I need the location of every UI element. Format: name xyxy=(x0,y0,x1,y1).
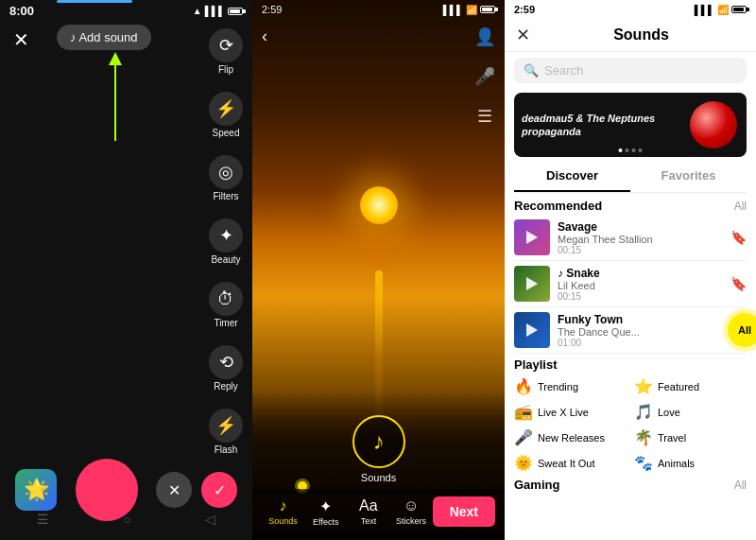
stickers-tab-p2[interactable]: ☺ Stickers xyxy=(389,497,432,526)
playlist-animals[interactable]: 🐾 Animals xyxy=(634,454,747,472)
discover-favorites-tabs: Discover Favorites xyxy=(514,161,747,193)
timer-icon: ⏱ xyxy=(209,282,243,316)
mic-icon-p2: 🎤 xyxy=(474,66,495,87)
text-tab-icon: Aa xyxy=(359,497,378,514)
search-bar[interactable]: 🔍 Search xyxy=(514,58,747,83)
playlist-title: Playlist xyxy=(514,357,747,372)
flip-button[interactable]: ⟳ Flip xyxy=(209,28,243,75)
cancel-button-p1[interactable]: ✕ xyxy=(156,472,192,508)
status-icons-p1: ▲ ▌▌▌ xyxy=(193,6,243,16)
flip-icon: ⟳ xyxy=(209,28,243,62)
filters-button[interactable]: ◎ Filters xyxy=(209,155,243,201)
song-item-snake[interactable]: ♪ Snake Lil Keed 00:15 🔖 xyxy=(505,261,756,306)
travel-label: Travel xyxy=(658,432,686,444)
sweat-label: Sweat It Out xyxy=(538,458,595,469)
home-icon-p1: ○ xyxy=(123,512,130,527)
sounds-button[interactable]: ♪ Sounds xyxy=(352,415,405,483)
trending-label: Trending xyxy=(538,381,578,392)
song-artist-funky: The Dance Que... xyxy=(558,326,723,338)
banner-orb xyxy=(690,101,737,148)
animals-icon: 🐾 xyxy=(634,454,653,472)
effects-tab-label: Effects xyxy=(313,517,338,527)
next-button[interactable]: Next xyxy=(433,496,495,527)
text-tab-p2[interactable]: Aa Text xyxy=(347,497,389,526)
all-badge[interactable]: All xyxy=(728,313,756,347)
dot-3 xyxy=(632,148,636,152)
trending-icon: 🔥 xyxy=(514,377,533,395)
featured-icon: ⭐ xyxy=(634,377,653,395)
arrow-head xyxy=(109,52,122,65)
arrow-indicator xyxy=(99,52,112,141)
close-button-p1[interactable]: ✕ xyxy=(13,28,29,51)
dot-2 xyxy=(626,148,629,152)
battery-icon-p1 xyxy=(228,8,243,15)
bookmark-snake[interactable]: 🔖 xyxy=(730,276,747,291)
song-title-snake: ♪ Snake xyxy=(558,267,723,280)
effects-button-p1[interactable]: 🌟 xyxy=(15,469,57,511)
sweat-icon: 🌞 xyxy=(514,454,533,472)
stickers-tab-label: Stickers xyxy=(396,516,426,526)
banner-dots xyxy=(619,148,643,152)
gaming-title: Gaming xyxy=(514,478,559,492)
gaming-section: Gaming All xyxy=(505,474,756,492)
sounds-music-icon: ♪ xyxy=(373,428,385,455)
back-icon-p1: ◁ xyxy=(205,512,215,527)
sounds-tab-p2[interactable]: ♪ Sounds xyxy=(262,497,304,526)
song-artist-snake: Lil Keed xyxy=(558,280,723,291)
beauty-button[interactable]: ✦ Beauty xyxy=(209,218,243,265)
animals-label: Animals xyxy=(658,458,695,469)
tab-discover[interactable]: Discover xyxy=(514,161,630,192)
playlist-live[interactable]: 📻 Live X Live xyxy=(514,403,627,421)
right-icons-panel1: ⟳ Flip ⚡ Speed ◎ Filters ✦ Beauty ⏱ Time… xyxy=(209,28,243,455)
play-icon-funky xyxy=(526,323,538,337)
status-bar-p3: 2:59 ▌▌▌ 📶 xyxy=(505,0,756,19)
menu-icon-p2: ☰ xyxy=(477,106,492,127)
sounds-tab-icon: ♪ xyxy=(280,497,287,514)
live-label: Live X Live xyxy=(538,407,589,418)
song-thumb-snake xyxy=(514,266,550,302)
song-thumb-funky xyxy=(514,312,550,348)
status-icons-p3: ▌▌▌ 📶 xyxy=(695,5,747,15)
search-icon: 🔍 xyxy=(524,63,539,78)
user-icon-p2: 👤 xyxy=(474,26,495,47)
sounds-label: Sounds xyxy=(361,472,396,483)
recommended-all[interactable]: All xyxy=(734,200,747,213)
confirm-button-p1[interactable]: ✓ xyxy=(201,472,237,508)
add-sound-button[interactable]: ♪ Add sound xyxy=(57,25,151,50)
gaming-all[interactable]: All xyxy=(734,479,747,492)
nav-bar-p1: ☰ ○ ◁ xyxy=(0,512,252,531)
playlist-travel[interactable]: 🌴 Travel xyxy=(634,428,747,446)
live-icon: 📻 xyxy=(514,403,533,421)
effects-tab-p2[interactable]: ✦ Effects xyxy=(304,497,347,527)
love-icon: 🎵 xyxy=(634,403,653,421)
playlist-featured[interactable]: ⭐ Featured xyxy=(634,377,747,395)
search-placeholder: Search xyxy=(544,63,583,78)
playlist-grid: 🔥 Trending ⭐ Featured 📻 Live X Live 🎵 Lo… xyxy=(514,377,747,472)
playlist-sweat[interactable]: 🌞 Sweat It Out xyxy=(514,454,627,472)
battery-icon-p3 xyxy=(731,6,747,13)
playlist-new-releases[interactable]: 🎤 New Releases xyxy=(514,428,627,446)
reply-icon: ⟲ xyxy=(209,345,243,379)
song-artist-savage: Megan Thee Stallion xyxy=(558,234,723,245)
song-item-savage[interactable]: Savage Megan Thee Stallion 00:15 🔖 xyxy=(505,215,756,260)
bottom-bar-p2: ♪ Sounds ✦ Effects Aa Text ☺ Stickers Ne… xyxy=(252,489,505,540)
timer-button[interactable]: ⏱ Timer xyxy=(209,282,243,328)
panel-preview: 2:59 ▌▌▌ 📶 ‹ 👤 🎤 ☰ ♪ Sounds ♪ Sounds ✦ E… xyxy=(252,0,505,540)
reply-button[interactable]: ⟲ Reply xyxy=(209,345,243,392)
status-icons-p2: ▌▌▌ 📶 xyxy=(443,5,495,15)
dot-1 xyxy=(619,148,623,152)
arrow-line xyxy=(114,65,116,141)
playlist-love[interactable]: 🎵 Love xyxy=(634,403,747,421)
featured-banner[interactable]: deadmau5 & The Neptunespropaganda xyxy=(514,93,747,157)
close-button-p3[interactable]: ✕ xyxy=(516,25,530,45)
back-button-p2[interactable]: ‹ xyxy=(262,26,267,46)
speed-button[interactable]: ⚡ Speed xyxy=(209,92,243,138)
text-tab-label: Text xyxy=(361,516,377,526)
playlist-trending[interactable]: 🔥 Trending xyxy=(514,377,627,395)
all-badge-label: All xyxy=(738,324,751,336)
bookmark-savage[interactable]: 🔖 xyxy=(730,230,747,245)
song-duration-funky: 01:00 xyxy=(558,338,723,348)
song-info-snake: ♪ Snake Lil Keed 00:15 xyxy=(558,267,723,302)
tab-favorites[interactable]: Favorites xyxy=(630,161,747,192)
song-item-funkytown[interactable]: Funky Town The Dance Que... 01:00 🔖 All xyxy=(505,307,756,353)
